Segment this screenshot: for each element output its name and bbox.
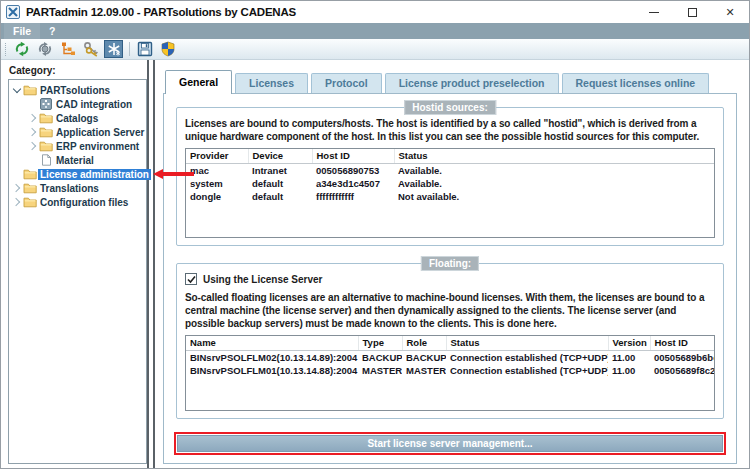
col-device: Device xyxy=(248,149,312,163)
tab-license-product-preselection[interactable]: License product preselection xyxy=(385,73,559,93)
tree-item-label: ERP environment xyxy=(54,141,141,152)
cell: BINsrvPSOLFLM01(10.13.14.88):2004 xyxy=(186,364,358,377)
col-role: Role xyxy=(402,336,446,350)
license-server-checkbox[interactable] xyxy=(185,273,197,285)
tree-item-configuration-files[interactable]: Configuration files xyxy=(9,195,146,209)
cell: mac xyxy=(186,163,248,177)
col-version: Version xyxy=(608,336,650,350)
cell: Connection established (TCP+UDP) xyxy=(446,364,608,377)
floating-title: Floating: xyxy=(421,256,479,271)
tab-request-licenses-online[interactable]: Request licenses online xyxy=(562,73,710,93)
col-provider: Provider xyxy=(186,149,248,163)
annotation-red-box: Start license server management... xyxy=(174,432,726,455)
menu-bar: File ? xyxy=(1,23,749,39)
tree-item-translations[interactable]: Translations xyxy=(9,181,146,195)
refresh-button[interactable] xyxy=(12,40,31,58)
chevron-right-icon[interactable] xyxy=(28,127,38,137)
catalog-structure-button[interactable] xyxy=(58,40,77,58)
chevron-right-icon[interactable] xyxy=(28,113,38,123)
toolbar-grip[interactable] xyxy=(5,43,8,56)
cell: MASTER xyxy=(402,364,446,377)
arrow-tail xyxy=(163,172,194,177)
annotation-red-arrow xyxy=(153,169,194,179)
elevated-mode-button[interactable] xyxy=(158,40,177,58)
app-window: PARTadmin 12.09.00 - PARTsolutions by CA… xyxy=(0,0,750,469)
catalog-structure-icon xyxy=(60,41,76,57)
license-administration-icon xyxy=(107,42,121,56)
license-server-table: Name Type Role Status Version Host ID xyxy=(185,335,715,411)
tree-item-label: Configuration files xyxy=(38,197,130,208)
category-label: Category: xyxy=(9,65,147,76)
tree-item-label: Application Server xyxy=(54,127,146,138)
hostid-sources-title: Hostid sources: xyxy=(404,100,496,115)
start-license-server-management-button[interactable]: Start license server management... xyxy=(177,435,723,452)
tree-item-erp-environment[interactable]: ERP environment xyxy=(9,139,146,153)
cell: Intranet xyxy=(248,163,312,177)
chevron-right-icon[interactable] xyxy=(28,141,38,151)
cell: Available. xyxy=(394,177,714,190)
tree-item-license-administration[interactable]: License administration xyxy=(9,167,146,181)
minimize-icon xyxy=(649,12,659,13)
folder-icon xyxy=(22,182,38,194)
cell: default xyxy=(248,190,312,203)
synchronize-button[interactable] xyxy=(35,40,54,58)
tab-general[interactable]: General xyxy=(165,70,232,94)
tree-item-label: Catalogs xyxy=(54,113,100,124)
tab-protocol[interactable]: Protocol xyxy=(311,73,382,93)
hostid-row-system[interactable]: system default a34e3d1c4507 Available. xyxy=(186,177,714,190)
tab-bar: General Licenses Protocol License produc… xyxy=(165,70,737,93)
menu-help[interactable]: ? xyxy=(40,23,64,39)
panel-splitter[interactable] xyxy=(147,60,155,469)
server-table-header: Name Type Role Status Version Host ID xyxy=(186,336,714,350)
tab-licenses[interactable]: Licenses xyxy=(235,73,308,93)
tree-item-application-server[interactable]: Application Server xyxy=(9,125,146,139)
cell: Available. xyxy=(394,163,714,177)
chevron-down-icon[interactable] xyxy=(12,85,22,95)
minimize-button[interactable] xyxy=(635,1,673,23)
folder-icon xyxy=(22,196,38,208)
tree-item-label: Translations xyxy=(38,183,101,194)
tree-item-label-selected: License administration xyxy=(38,169,151,180)
hostid-row-mac[interactable]: mac Intranet 005056890753 Available. xyxy=(186,163,714,177)
license-keys-button[interactable] xyxy=(81,40,100,58)
tree-item-cad-integration[interactable]: CAD integration xyxy=(9,97,146,111)
tree-item-material[interactable]: Material xyxy=(9,153,146,167)
cell: 00505689b6bc xyxy=(650,350,714,364)
cell: BINsrvPSOLFLM02(10.13.14.89):2004 xyxy=(186,350,358,364)
maximize-button[interactable] xyxy=(673,1,711,23)
tree-item-catalogs[interactable]: Catalogs xyxy=(9,111,146,125)
cell: Not available. xyxy=(394,190,714,203)
main-area: Category: PARTsolutions CAD integration xyxy=(1,60,749,469)
menu-file[interactable]: File xyxy=(4,23,40,39)
check-icon xyxy=(187,275,196,284)
col-status: Status xyxy=(394,149,714,163)
license-administration-button[interactable] xyxy=(104,40,123,58)
hostid-sources-group: Hostid sources: Licenses are bound to co… xyxy=(176,107,724,246)
server-row-master[interactable]: BINsrvPSOLFLM01(10.13.14.88):2004 MASTER… xyxy=(186,364,714,377)
close-icon: ✕ xyxy=(725,7,734,18)
cell: 005056890753 xyxy=(312,163,394,177)
server-row-backup[interactable]: BINsrvPSOLFLM02(10.13.14.89):2004 BACKUP… xyxy=(186,350,714,364)
tree-spacer xyxy=(12,169,22,179)
folder-icon xyxy=(22,84,38,96)
cell: 00505689f8c2 xyxy=(650,364,714,377)
cad-integration-icon xyxy=(38,98,54,110)
chevron-right-icon[interactable] xyxy=(12,197,22,207)
hostid-row-dongle[interactable]: dongle default ffffffffffff Not availabl… xyxy=(186,190,714,203)
col-type: Type xyxy=(358,336,402,350)
floating-group: Floating: Using the License Server So-ca… xyxy=(176,263,724,419)
cell: a34e3d1c4507 xyxy=(312,177,394,190)
chevron-right-icon[interactable] xyxy=(12,183,22,193)
tree-item-partsolutions[interactable]: PARTsolutions xyxy=(9,83,146,97)
document-icon xyxy=(38,154,54,166)
arrow-head xyxy=(153,169,163,179)
toolbar-separator xyxy=(129,42,130,56)
cell: Connection established (TCP+UDP) xyxy=(446,350,608,364)
cell: system xyxy=(186,177,248,190)
close-button[interactable]: ✕ xyxy=(711,1,749,23)
save-button[interactable] xyxy=(135,40,154,58)
window-title: PARTadmin 12.09.00 - PARTsolutions by CA… xyxy=(26,6,296,18)
keys-icon xyxy=(83,41,99,57)
category-tree: PARTsolutions CAD integration Catalogs xyxy=(8,79,147,464)
license-server-checkbox-label: Using the License Server xyxy=(203,274,323,285)
